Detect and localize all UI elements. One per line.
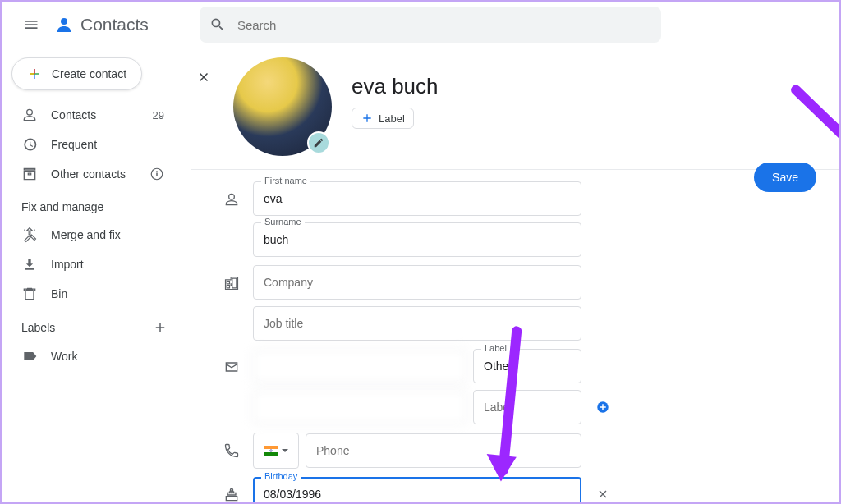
fix-manage-header: Fix and manage xyxy=(2,189,184,220)
first-name-label: First name xyxy=(261,176,310,186)
birthday-input[interactable] xyxy=(253,477,581,504)
person-icon xyxy=(21,107,38,123)
label-chip-text: Label xyxy=(379,112,405,125)
search-input[interactable] xyxy=(237,18,651,32)
email-2-label-input[interactable] xyxy=(473,390,581,424)
email-1-label-input[interactable] xyxy=(473,349,581,383)
surname-input[interactable] xyxy=(253,222,581,257)
sidebar-item-label: Other contacts xyxy=(51,167,149,181)
sidebar-item-label: Merge and fix xyxy=(51,228,164,241)
country-code-select[interactable] xyxy=(253,433,299,469)
hamburger-icon xyxy=(23,16,39,33)
job-title-input[interactable] xyxy=(253,306,581,341)
archive-icon xyxy=(21,166,38,182)
contact-editor: eva buch Label Save First name Surname xyxy=(184,48,839,504)
person-icon xyxy=(223,191,240,208)
sidebar-item-label: Work xyxy=(51,350,164,363)
sidebar-item-label: Import xyxy=(51,258,164,271)
svg-rect-3 xyxy=(156,171,158,172)
app-name: Contacts xyxy=(80,15,149,34)
svg-point-4 xyxy=(34,229,35,231)
first-name-input[interactable] xyxy=(253,181,581,216)
email-icon xyxy=(223,359,240,375)
app-header: Contacts xyxy=(2,2,839,48)
phone-icon xyxy=(223,442,240,459)
contact-name: eva buch xyxy=(352,74,439,99)
close-icon xyxy=(196,70,211,85)
sidebar-item-other-contacts[interactable]: Other contacts xyxy=(2,159,177,189)
contact-form: First name Surname xyxy=(191,170,839,504)
sidebar-item-merge-fix[interactable]: Merge and fix xyxy=(2,220,177,250)
history-icon xyxy=(21,136,38,153)
add-label-icon[interactable] xyxy=(153,320,168,335)
sidebar-item-label: Frequent xyxy=(51,138,164,151)
save-button[interactable]: Save xyxy=(754,163,816,192)
chevron-down-icon xyxy=(281,447,289,455)
sidebar-item-bin[interactable]: Bin xyxy=(2,279,177,309)
phone-input[interactable] xyxy=(306,433,581,468)
plus-circle-icon xyxy=(595,400,610,415)
plus-multicolor-icon xyxy=(27,66,42,81)
sidebar-label-work[interactable]: Work xyxy=(2,341,177,371)
plus-icon xyxy=(361,112,374,125)
close-icon xyxy=(596,488,609,501)
sidebar-item-frequent[interactable]: Frequent xyxy=(2,130,177,159)
create-contact-button[interactable]: Create contact xyxy=(11,57,142,90)
svg-point-0 xyxy=(61,18,67,25)
search-icon xyxy=(209,16,226,33)
app-logo: Contacts xyxy=(54,15,149,34)
profile-header: eva buch Label xyxy=(191,48,839,170)
sidebar-item-label: Contacts xyxy=(51,108,153,121)
add-label-chip[interactable]: Label xyxy=(352,108,414,129)
cake-icon xyxy=(223,487,240,503)
company-icon xyxy=(223,275,240,291)
sidebar-item-contacts[interactable]: Contacts 29 xyxy=(2,100,177,130)
labels-header: Labels xyxy=(2,309,184,341)
search-bar[interactable] xyxy=(200,7,661,43)
menu-button[interactable] xyxy=(15,8,48,41)
email-1-input[interactable] xyxy=(253,349,466,383)
svg-point-5 xyxy=(24,229,25,231)
svg-rect-9 xyxy=(264,452,278,456)
svg-rect-7 xyxy=(264,446,278,449)
surname-label: Surname xyxy=(261,217,305,227)
merge-icon xyxy=(21,227,38,243)
close-button[interactable] xyxy=(191,64,217,90)
svg-rect-2 xyxy=(156,173,158,177)
clear-birthday-button[interactable] xyxy=(593,484,613,504)
avatar-edit-button[interactable] xyxy=(307,131,330,154)
pencil-icon xyxy=(313,137,324,149)
email-1-label-label: Label xyxy=(481,343,510,353)
company-input[interactable] xyxy=(253,265,581,300)
india-flag-icon xyxy=(264,446,278,456)
sidebar-item-import[interactable]: Import xyxy=(2,250,177,279)
sidebar-item-count: 29 xyxy=(153,109,164,121)
download-icon xyxy=(21,256,38,273)
sidebar-item-label: Bin xyxy=(51,287,164,300)
label-icon xyxy=(21,348,38,364)
trash-icon xyxy=(21,286,38,302)
info-icon[interactable] xyxy=(149,167,164,181)
add-email-button[interactable] xyxy=(595,399,611,415)
sidebar: Create contact Contacts 29 Frequent Othe… xyxy=(2,48,184,504)
avatar[interactable] xyxy=(233,57,332,156)
contacts-logo-icon xyxy=(54,15,74,34)
email-2-input[interactable] xyxy=(253,390,466,424)
create-contact-label: Create contact xyxy=(52,67,126,80)
birthday-label: Birthday xyxy=(261,471,301,481)
